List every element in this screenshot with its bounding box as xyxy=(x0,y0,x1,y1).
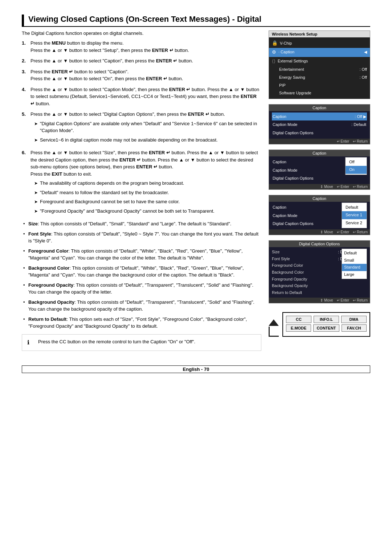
step-1: 1. Press the MENU button to display the … xyxy=(22,40,261,54)
sub-step-text: Service1~6 in digital caption mode may n… xyxy=(40,136,218,144)
bullet-fg-color: • Foreground Color: This option consists… xyxy=(23,248,261,262)
step-4: 4. Press the ▲ or ▼ button to select "Ca… xyxy=(22,86,261,107)
remote-row-1: CC INFO.L DMA xyxy=(286,316,367,323)
remote-arrow xyxy=(269,319,279,337)
enter-label: ↵ Enter xyxy=(337,298,350,302)
bullet-text: Return to Default: This option sets each… xyxy=(28,316,261,330)
corner-icon xyxy=(269,327,279,337)
on-off-dropdown: Off On xyxy=(345,157,367,175)
bullet-text: Background Color: This option consists o… xyxy=(28,265,261,279)
bullet-fg-opacity: • Foreground Opacity: This option consis… xyxy=(23,282,261,296)
remote-dma-btn[interactable]: DMA xyxy=(341,316,367,323)
mode-dropdown: Default Service 1 Service 2 xyxy=(342,202,367,228)
remote-content-btn[interactable]: CONTENT xyxy=(313,324,339,332)
caption-title: Caption xyxy=(269,195,370,202)
setup-caption: ⚙ · Caption ◀ xyxy=(269,48,370,57)
dd-item-small: Small xyxy=(342,257,367,264)
dco-title: Digital Caption Options xyxy=(269,241,370,247)
dco-label-fg: Foreground Color xyxy=(272,262,336,269)
tip-text: "Default" means to follow the standard s… xyxy=(40,189,169,196)
row-label: Caption Mode xyxy=(273,167,298,174)
tip: ➤ Foreground and Background cannot be se… xyxy=(34,198,261,205)
tip: ➤ "Default" means to follow the standard… xyxy=(34,189,261,196)
row-label: Caption xyxy=(273,204,286,211)
selected-indicator: ◀ xyxy=(364,49,367,56)
dco-label-bgop: Background Opacity xyxy=(272,282,336,289)
enter-label: ↵ Enter xyxy=(337,230,350,234)
steps-list: 1. Press the MENU button to display the … xyxy=(22,40,261,217)
size-dropdown: Default Small Standard Large xyxy=(342,249,367,279)
step-content: Press the MENU button to display the men… xyxy=(30,40,261,54)
step-5: 5. Press the ▲ or ▼ button to select "Di… xyxy=(22,111,261,146)
main-content: The Digital Captions function operates o… xyxy=(22,30,261,351)
setup-item-label: V-Chip xyxy=(280,40,292,47)
bullet-list: • Size: This option consists of "Default… xyxy=(22,220,261,330)
bullet-dot: • xyxy=(23,230,26,245)
row-label: Caption Mode xyxy=(273,212,298,219)
arrow-icon: ➤ xyxy=(34,180,38,187)
tip-text: The availability of captions depends on … xyxy=(40,180,184,187)
row-label: Caption xyxy=(273,159,286,165)
row-label: Caption xyxy=(273,113,286,120)
caption-title: Caption xyxy=(269,150,370,156)
arrow-icon: ➤ xyxy=(34,208,38,215)
caption-title: Caption xyxy=(269,105,370,111)
remote-section: CC INFO.L DMA E.MODE CONTENT FAV.CH xyxy=(269,312,370,337)
setup-body: 🔒 V-Chip ⚙ · Caption ◀ ⟨⟩ External Setti… xyxy=(269,37,370,99)
bullet-dot: • xyxy=(23,248,26,262)
setup-software: Software Upgrade xyxy=(269,89,370,97)
setup-item-label: Entertainment xyxy=(272,66,304,73)
remote-favch-btn[interactable]: FAV.CH xyxy=(342,324,367,332)
caption-row-mode: Caption Mode : Default xyxy=(272,120,367,129)
setup-header: Wireless Network Setup xyxy=(269,31,370,37)
dco-labels: Size Font Style Foreground Color Backgro… xyxy=(272,249,336,296)
caption-screen-3: Caption Caption Caption Mode Digital Cap… xyxy=(269,195,370,235)
remote-cc-btn[interactable]: CC xyxy=(286,316,311,323)
tip: ➤ "Foreground Opacity" and "Background O… xyxy=(34,208,261,215)
dco-label-fgop: Foreground Opacity xyxy=(272,276,336,283)
arrow-icon: ➤ xyxy=(34,120,38,134)
note-box: ℹ Press the CC button on the remote cont… xyxy=(22,334,261,351)
setup-item-value: : Off xyxy=(359,66,367,73)
remote-emode-btn[interactable]: E.MODE xyxy=(286,324,311,332)
bullet-text: Size: This option consists of "Default",… xyxy=(28,220,231,228)
down-arrow-icon xyxy=(269,319,279,326)
setup-energy: Energy Saving : Off xyxy=(269,74,370,82)
setup-entertainment: Entertainment : Off xyxy=(269,66,370,74)
bullet-text: Foreground Opacity: This option consists… xyxy=(28,282,261,296)
step-content: Press the ▲ or ▼ button to select "Capti… xyxy=(30,57,261,65)
dropdown-on: On xyxy=(346,166,367,174)
caption-screen-2: Caption Caption Caption Mode Digital Cap… xyxy=(269,150,370,190)
bullet-return-default: • Return to Default: This option sets ea… xyxy=(23,316,261,330)
setup-external: ⟨⟩ External Settings xyxy=(269,57,370,66)
tip: ➤ The availability of captions depends o… xyxy=(34,180,261,187)
row-value: : Off ▶ xyxy=(355,113,366,120)
step-content: Press the ▲ or ▼ button to select "Size"… xyxy=(30,149,261,217)
dd-item-large: Large xyxy=(342,271,367,278)
caption-icon: ⚙ xyxy=(272,49,276,56)
caption-footer: ⇕ Move ↵ Enter ↩ Return xyxy=(269,184,370,189)
setup-item-label: Energy Saving xyxy=(272,74,305,81)
bullet-bg-opacity: • Background Opacity: This option consis… xyxy=(23,299,261,313)
caption-row-caption: Caption : Off ▶ xyxy=(272,112,367,121)
note-icon: ℹ xyxy=(27,338,34,347)
remote-row-2: E.MODE CONTENT FAV.CH xyxy=(286,324,367,332)
caption-row-dco: Digital Caption Options xyxy=(272,174,367,183)
bullet-dot: • xyxy=(23,282,26,296)
remote-box: CC INFO.L DMA E.MODE CONTENT FAV.CH xyxy=(282,312,370,337)
row-label: Digital Caption Options xyxy=(273,220,314,227)
step-2: 2. Press the ▲ or ▼ button to select "Ca… xyxy=(22,57,261,65)
caption-row-dco: Digital Caption Options xyxy=(272,129,367,137)
bullet-bg-color: • Background Color: This option consists… xyxy=(23,265,261,279)
footer-label: English - 70 xyxy=(22,365,370,373)
caption-footer: ↵ Enter ↩ Return xyxy=(269,139,370,144)
return-label: ↩ Return xyxy=(353,139,368,143)
step-num: 5. xyxy=(22,111,28,146)
arrow-icon: ➤ xyxy=(34,199,38,205)
step-num: 4. xyxy=(22,86,28,107)
footer-section: English - 70 xyxy=(22,358,370,373)
dco-label-font: Font Style xyxy=(272,255,336,262)
tip-text: "Foreground Opacity" and "Background Opa… xyxy=(40,208,215,215)
caption-body: Caption Caption Mode Digital Caption Opt… xyxy=(269,202,370,229)
remote-infol-btn[interactable]: INFO.L xyxy=(314,316,339,323)
